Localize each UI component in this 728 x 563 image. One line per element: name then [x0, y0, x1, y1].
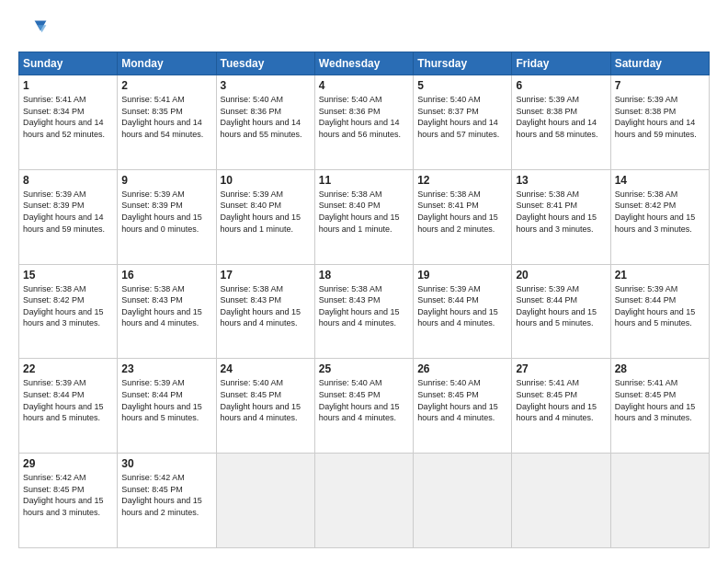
day-number: 24 [221, 362, 311, 375]
calendar-cell: 14 Sunrise: 5:38 AM Sunset: 8:42 PM Dayl… [610, 169, 709, 264]
calendar-cell [610, 454, 709, 548]
day-info: Sunrise: 5:38 AM Sunset: 8:43 PM Dayligh… [221, 283, 311, 329]
svg-marker-1 [38, 25, 47, 32]
week-row-1: 1 Sunrise: 5:41 AM Sunset: 8:34 PM Dayli… [19, 75, 710, 170]
calendar-cell: 18 Sunrise: 5:38 AM Sunset: 8:43 PM Dayl… [314, 264, 413, 359]
day-number: 10 [221, 174, 311, 187]
day-number: 21 [615, 269, 705, 282]
calendar-cell: 20 Sunrise: 5:39 AM Sunset: 8:44 PM Dayl… [512, 264, 610, 359]
day-number: 14 [615, 174, 705, 187]
calendar-cell: 30 Sunrise: 5:42 AM Sunset: 8:45 PM Dayl… [118, 454, 216, 548]
calendar-cell: 26 Sunrise: 5:40 AM Sunset: 8:45 PM Dayl… [414, 359, 512, 454]
day-number: 6 [516, 79, 606, 92]
calendar-cell: 27 Sunrise: 5:41 AM Sunset: 8:45 PM Dayl… [512, 359, 610, 454]
day-info: Sunrise: 5:39 AM Sunset: 8:39 PM Dayligh… [121, 189, 211, 235]
day-info: Sunrise: 5:42 AM Sunset: 8:45 PM Dayligh… [23, 472, 113, 518]
day-info: Sunrise: 5:38 AM Sunset: 8:41 PM Dayligh… [417, 189, 507, 235]
day-info: Sunrise: 5:38 AM Sunset: 8:43 PM Dayligh… [319, 283, 409, 329]
day-number: 19 [417, 269, 507, 282]
day-of-week-tuesday: Tuesday [216, 52, 314, 75]
calendar-cell: 13 Sunrise: 5:38 AM Sunset: 8:41 PM Dayl… [512, 169, 610, 264]
day-info: Sunrise: 5:39 AM Sunset: 8:44 PM Dayligh… [417, 283, 507, 329]
day-info: Sunrise: 5:39 AM Sunset: 8:38 PM Dayligh… [516, 94, 606, 140]
day-info: Sunrise: 5:38 AM Sunset: 8:43 PM Dayligh… [121, 283, 211, 329]
day-of-week-sunday: Sunday [19, 52, 118, 75]
calendar-cell: 22 Sunrise: 5:39 AM Sunset: 8:44 PM Dayl… [19, 359, 118, 454]
day-number: 16 [121, 269, 211, 282]
day-number: 25 [319, 362, 409, 375]
calendar-cell: 1 Sunrise: 5:41 AM Sunset: 8:34 PM Dayli… [19, 75, 118, 170]
day-number: 28 [615, 362, 705, 375]
calendar-cell: 21 Sunrise: 5:39 AM Sunset: 8:44 PM Dayl… [610, 264, 709, 359]
day-info: Sunrise: 5:40 AM Sunset: 8:45 PM Dayligh… [319, 377, 409, 423]
day-info: Sunrise: 5:38 AM Sunset: 8:42 PM Dayligh… [23, 283, 113, 329]
day-number: 1 [23, 79, 113, 92]
day-number: 15 [23, 269, 113, 282]
day-number: 4 [319, 79, 409, 92]
calendar-cell [512, 454, 610, 548]
day-info: Sunrise: 5:40 AM Sunset: 8:45 PM Dayligh… [221, 377, 311, 423]
week-row-4: 22 Sunrise: 5:39 AM Sunset: 8:44 PM Dayl… [19, 359, 710, 454]
day-info: Sunrise: 5:41 AM Sunset: 8:45 PM Dayligh… [516, 377, 606, 423]
calendar-cell [414, 454, 512, 548]
calendar-cell: 16 Sunrise: 5:38 AM Sunset: 8:43 PM Dayl… [118, 264, 216, 359]
day-info: Sunrise: 5:40 AM Sunset: 8:45 PM Dayligh… [417, 377, 507, 423]
calendar-cell: 6 Sunrise: 5:39 AM Sunset: 8:38 PM Dayli… [512, 75, 610, 170]
calendar-cell: 29 Sunrise: 5:42 AM Sunset: 8:45 PM Dayl… [19, 454, 118, 548]
calendar-cell: 24 Sunrise: 5:40 AM Sunset: 8:45 PM Dayl… [216, 359, 314, 454]
calendar-cell: 9 Sunrise: 5:39 AM Sunset: 8:39 PM Dayli… [118, 169, 216, 264]
calendar-cell: 10 Sunrise: 5:39 AM Sunset: 8:40 PM Dayl… [216, 169, 314, 264]
calendar-cell: 25 Sunrise: 5:40 AM Sunset: 8:45 PM Dayl… [314, 359, 413, 454]
calendar-cell: 15 Sunrise: 5:38 AM Sunset: 8:42 PM Dayl… [19, 264, 118, 359]
calendar-cell: 11 Sunrise: 5:38 AM Sunset: 8:40 PM Dayl… [314, 169, 413, 264]
day-number: 18 [319, 269, 409, 282]
day-number: 5 [417, 79, 507, 92]
week-row-3: 15 Sunrise: 5:38 AM Sunset: 8:42 PM Dayl… [19, 264, 710, 359]
day-number: 11 [319, 174, 409, 187]
calendar-header-row: SundayMondayTuesdayWednesdayThursdayFrid… [19, 52, 710, 75]
calendar-cell: 28 Sunrise: 5:41 AM Sunset: 8:45 PM Dayl… [610, 359, 709, 454]
page: SundayMondayTuesdayWednesdayThursdayFrid… [0, 0, 728, 563]
header [18, 15, 710, 44]
day-info: Sunrise: 5:40 AM Sunset: 8:36 PM Dayligh… [221, 94, 311, 140]
calendar-cell: 2 Sunrise: 5:41 AM Sunset: 8:35 PM Dayli… [118, 75, 216, 170]
day-number: 12 [417, 174, 507, 187]
day-info: Sunrise: 5:40 AM Sunset: 8:37 PM Dayligh… [417, 94, 507, 140]
calendar-cell: 7 Sunrise: 5:39 AM Sunset: 8:38 PM Dayli… [610, 75, 709, 170]
day-number: 8 [23, 174, 113, 187]
calendar-cell [314, 454, 413, 548]
calendar-cell: 17 Sunrise: 5:38 AM Sunset: 8:43 PM Dayl… [216, 264, 314, 359]
day-info: Sunrise: 5:39 AM Sunset: 8:38 PM Dayligh… [615, 94, 705, 140]
day-info: Sunrise: 5:39 AM Sunset: 8:44 PM Dayligh… [121, 377, 211, 423]
day-info: Sunrise: 5:38 AM Sunset: 8:42 PM Dayligh… [615, 189, 705, 235]
day-of-week-wednesday: Wednesday [314, 52, 413, 75]
day-number: 2 [121, 79, 211, 92]
calendar-cell: 23 Sunrise: 5:39 AM Sunset: 8:44 PM Dayl… [118, 359, 216, 454]
day-info: Sunrise: 5:39 AM Sunset: 8:44 PM Dayligh… [516, 283, 606, 329]
day-info: Sunrise: 5:39 AM Sunset: 8:39 PM Dayligh… [23, 189, 113, 235]
day-info: Sunrise: 5:38 AM Sunset: 8:40 PM Dayligh… [319, 189, 409, 235]
day-number: 13 [516, 174, 606, 187]
day-number: 17 [221, 269, 311, 282]
day-info: Sunrise: 5:39 AM Sunset: 8:44 PM Dayligh… [615, 283, 705, 329]
day-number: 7 [615, 79, 705, 92]
week-row-2: 8 Sunrise: 5:39 AM Sunset: 8:39 PM Dayli… [19, 169, 710, 264]
logo-icon [18, 15, 48, 44]
day-of-week-thursday: Thursday [414, 52, 512, 75]
day-info: Sunrise: 5:41 AM Sunset: 8:35 PM Dayligh… [121, 94, 211, 140]
day-number: 29 [23, 457, 113, 470]
day-of-week-saturday: Saturday [610, 52, 709, 75]
calendar-cell: 8 Sunrise: 5:39 AM Sunset: 8:39 PM Dayli… [19, 169, 118, 264]
day-of-week-monday: Monday [118, 52, 216, 75]
day-number: 27 [516, 362, 606, 375]
day-number: 20 [516, 269, 606, 282]
calendar-cell: 3 Sunrise: 5:40 AM Sunset: 8:36 PM Dayli… [216, 75, 314, 170]
day-info: Sunrise: 5:38 AM Sunset: 8:41 PM Dayligh… [516, 189, 606, 235]
day-number: 30 [121, 457, 211, 470]
day-number: 23 [121, 362, 211, 375]
calendar-cell: 12 Sunrise: 5:38 AM Sunset: 8:41 PM Dayl… [414, 169, 512, 264]
day-info: Sunrise: 5:42 AM Sunset: 8:45 PM Dayligh… [121, 472, 211, 518]
day-number: 9 [121, 174, 211, 187]
day-of-week-friday: Friday [512, 52, 610, 75]
calendar-cell: 19 Sunrise: 5:39 AM Sunset: 8:44 PM Dayl… [414, 264, 512, 359]
